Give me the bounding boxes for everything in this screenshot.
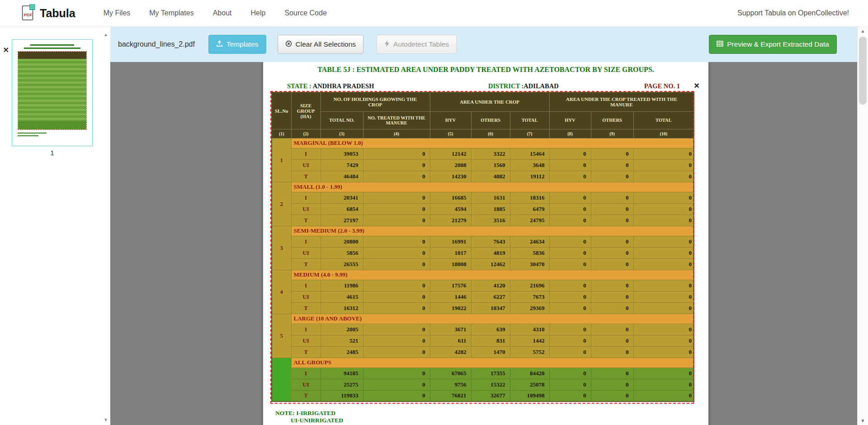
export-label: Preview & Export Extracted Data [727, 40, 829, 48]
page-thumbnail[interactable] [12, 39, 93, 146]
scrollbar-up-icon[interactable]: ▲ [858, 29, 868, 33]
thumbnail-table-header [18, 52, 86, 59]
templates-button[interactable]: Templates [208, 35, 266, 54]
table-grid-icon [717, 40, 723, 49]
pdf-viewer: TABLE 5J : ESTIMATED AREA UNDER PADDY TR… [110, 62, 857, 425]
pdf-page[interactable]: TABLE 5J : ESTIMATED AREA UNDER PADDY TR… [263, 62, 708, 425]
nav-my-templates[interactable]: My Templates [149, 9, 193, 17]
navbar: PDF Tabula My Files My Templates About H… [0, 0, 868, 27]
svg-text:PDF: PDF [24, 12, 33, 17]
clear-selections-button[interactable]: Clear All Selections [278, 35, 364, 54]
selection-rectangle[interactable]: × [270, 91, 694, 404]
thumbnail-page-number: 1 [12, 149, 93, 157]
pdf-footnote: NOTE: I-IRRIGATED UI-UNIRRIGATED [275, 410, 343, 424]
pdf-table-title: TABLE 5J : ESTIMATED AREA UNDER PADDY TR… [263, 66, 708, 74]
templates-icon [216, 40, 223, 49]
nav-my-files[interactable]: My Files [104, 9, 131, 17]
nav-source-code[interactable]: Source Code [284, 9, 326, 17]
state-field: STATE : ANDHRA PRADESH [287, 82, 374, 90]
selection-close-icon[interactable]: × [694, 81, 699, 90]
scrollbar-down-icon[interactable]: ▼ [858, 418, 868, 423]
brand-name: Tabula [40, 7, 75, 20]
clear-selections-label: Clear All Selections [296, 40, 356, 48]
filename: background_lines_2.pdf [118, 40, 195, 48]
sidebar-scroll-up-icon[interactable]: ▲ [104, 32, 108, 37]
state-value: ANDHRA PRADESH [313, 82, 374, 90]
thumbnail-note-lines [18, 133, 87, 136]
thumbnail-sidebar: × ▲ 1 ▼ [0, 27, 110, 425]
autodetect-tables-label: Autodetect Tables [393, 40, 449, 48]
thumbnail-subtitle-line [24, 48, 80, 49]
note-unirrigated: UI-UNIRRIGATED [291, 417, 343, 424]
brand[interactable]: PDF Tabula [22, 4, 75, 23]
district-label: DISTRICT : [488, 82, 524, 90]
pdf-meta-line: STATE : ANDHRA PRADESH DISTRICT :ADILABA… [263, 82, 708, 91]
thumbnail-title-line [30, 44, 75, 46]
clear-selections-icon [285, 40, 292, 49]
nav-about[interactable]: About [213, 9, 232, 17]
note-irrigated: NOTE: I-IRRIGATED [275, 410, 343, 417]
vertical-scrollbar[interactable]: ▲ ▼ [857, 27, 868, 425]
scrollbar-thumb[interactable] [859, 37, 867, 105]
district-field: DISTRICT :ADILABAD [488, 82, 559, 90]
templates-label: Templates [226, 40, 259, 48]
thumbnail-table-footer [18, 121, 86, 129]
thumbnail-table [18, 51, 87, 130]
autodetect-tables-button[interactable]: Autodetect Tables [377, 35, 457, 54]
lightning-icon [384, 40, 390, 49]
page-no-field: PAGE NO. 1 [644, 82, 680, 90]
main-column: background_lines_2.pdf Templates [110, 27, 857, 425]
thumbnail-table-body [18, 59, 86, 121]
toolbar: background_lines_2.pdf Templates [110, 27, 857, 62]
tabula-logo-icon: PDF [22, 4, 35, 23]
state-label: STATE : [287, 82, 311, 90]
tabula-app: PDF Tabula My Files My Templates About H… [0, 0, 868, 425]
remove-page-icon[interactable]: × [3, 45, 9, 54]
content-area: × ▲ 1 ▼ background_l [0, 27, 868, 425]
nav-help[interactable]: Help [251, 9, 266, 17]
export-button[interactable]: Preview & Export Extracted Data [709, 35, 837, 54]
support-link[interactable]: Support Tabula on OpenCollective! [737, 9, 849, 17]
district-value: ADILABAD [524, 82, 558, 90]
nav-links: My Files My Templates About Help Source … [104, 9, 327, 17]
sidebar-scroll-down-icon[interactable]: ▼ [104, 417, 108, 422]
